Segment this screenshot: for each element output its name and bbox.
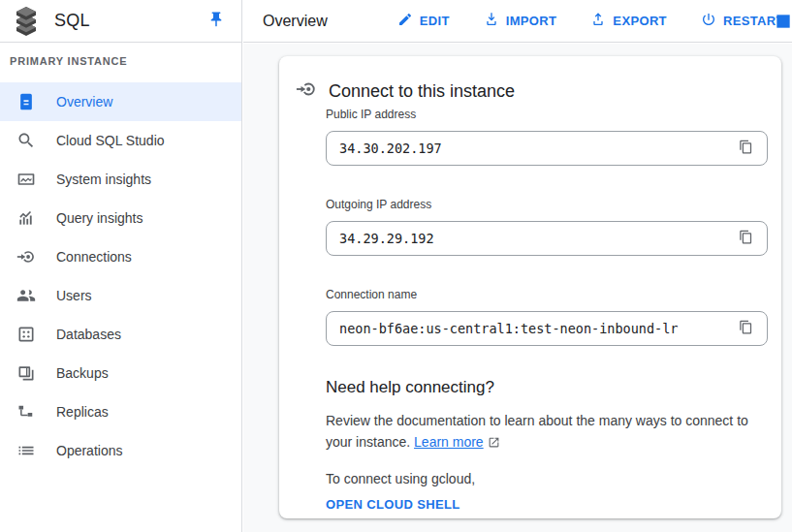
sidebar-item-label: Operations: [56, 443, 122, 458]
sidebar-item-label: Users: [56, 288, 92, 303]
gcloud-text: To connect using gcloud,: [326, 468, 768, 489]
field-connection-name: Connection name neon-bf6ae:us-central1:t…: [326, 288, 768, 346]
stop-square-icon: [776, 14, 791, 29]
system-insights-icon: [16, 170, 36, 189]
edit-button[interactable]: EDIT: [397, 12, 450, 30]
import-button[interactable]: IMPORT: [484, 12, 557, 30]
connect-card-header: Connect to this instance: [279, 56, 781, 104]
section-label: PRIMARY INSTANCE: [10, 55, 241, 67]
document-icon: [16, 92, 36, 111]
edit-button-label: EDIT: [420, 14, 450, 28]
query-insights-icon: [16, 208, 36, 228]
sidebar-item-cloud-sql-studio[interactable]: Cloud SQL Studio: [0, 121, 241, 160]
learn-more-link[interactable]: Learn more: [414, 434, 484, 450]
operations-icon: [16, 441, 36, 460]
sidebar-item-label: Replicas: [56, 404, 109, 420]
sidebar-item-replicas[interactable]: Replicas: [0, 392, 241, 431]
sidebar-item-label: Query insights: [56, 210, 143, 226]
sidebar: SQL PRIMARY INSTANCE Overview: [0, 0, 242, 532]
databases-icon: [16, 325, 36, 344]
card-title: Connect to this instance: [329, 81, 515, 102]
pin-icon: [207, 11, 225, 31]
external-link-icon: [488, 433, 500, 454]
connect-icon: [296, 78, 317, 104]
open-cloud-shell-button[interactable]: OPEN CLOUD SHELL: [326, 497, 460, 512]
public-ip-value: 34.30.202.197: [339, 141, 442, 156]
sidebar-item-system-insights[interactable]: System insights: [0, 160, 241, 199]
main-content: Connect to this instance Public IP addre…: [243, 44, 792, 532]
card-body: Public IP address 34.30.202.197 Outgoing…: [279, 104, 781, 513]
sidebar-item-backups[interactable]: Backups: [0, 354, 241, 392]
copy-connection-name-button[interactable]: [732, 315, 759, 342]
restart-button[interactable]: RESTART: [701, 12, 784, 30]
edit-pencil-icon: [397, 12, 413, 30]
sidebar-item-databases[interactable]: Databases: [0, 315, 241, 354]
search-icon: [16, 131, 36, 150]
connect-card: Connect to this instance Public IP addre…: [279, 56, 781, 518]
sidebar-header: SQL: [0, 0, 241, 43]
sidebar-item-label: Cloud SQL Studio: [56, 133, 165, 148]
sidebar-item-users[interactable]: Users: [0, 276, 241, 315]
backups-icon: [16, 363, 36, 383]
restart-power-icon: [701, 12, 716, 30]
sidebar-item-label: Backups: [56, 365, 109, 381]
sidebar-item-connections[interactable]: Connections: [0, 237, 241, 276]
sidebar-item-label: System insights: [56, 172, 151, 187]
copy-icon: [739, 140, 753, 157]
help-body-text: Review the documentation to learn about …: [326, 413, 748, 450]
field-label: Outgoing IP address: [326, 198, 768, 211]
connection-name-value: neon-bf6ae:us-central1:test-neon-inbound…: [339, 321, 679, 336]
export-button[interactable]: EXPORT: [590, 12, 667, 30]
product-title: SQL: [54, 11, 90, 31]
topbar: Overview EDIT IMPORT: [243, 0, 792, 43]
field-label: Public IP address: [326, 108, 768, 121]
sidebar-nav: Overview Cloud SQL Studio System insight…: [0, 82, 241, 470]
outgoing-ip-value-box: 34.29.29.192: [326, 221, 768, 256]
import-button-label: IMPORT: [506, 14, 557, 28]
sidebar-item-label: Overview: [56, 94, 112, 110]
cloud-sql-logo-icon: [12, 6, 41, 37]
export-button-label: EXPORT: [613, 14, 667, 28]
outgoing-ip-value: 34.29.29.192: [339, 231, 434, 246]
sidebar-item-query-insights[interactable]: Query insights: [0, 199, 241, 237]
replicas-icon: [16, 402, 36, 422]
sidebar-item-label: Connections: [56, 249, 132, 265]
sidebar-item-overview[interactable]: Overview: [0, 82, 241, 121]
help-paragraph: Review the documentation to learn about …: [326, 410, 768, 454]
stop-button[interactable]: [776, 14, 791, 29]
copy-icon: [739, 230, 753, 247]
export-upload-icon: [590, 12, 606, 30]
page-title: Overview: [263, 13, 328, 30]
field-outgoing-ip: Outgoing IP address 34.29.29.192: [326, 198, 768, 256]
field-public-ip: Public IP address 34.30.202.197: [326, 108, 768, 166]
connection-name-value-box: neon-bf6ae:us-central1:test-neon-inbound…: [326, 311, 768, 346]
topbar-actions: EDIT IMPORT EXPORT: [397, 12, 784, 30]
field-label: Connection name: [326, 288, 768, 301]
help-title: Need help connecting?: [326, 378, 768, 397]
copy-outgoing-ip-button[interactable]: [732, 225, 759, 252]
connections-icon: [16, 247, 36, 266]
copy-icon: [739, 320, 753, 337]
import-download-icon: [484, 12, 499, 30]
users-icon: [16, 286, 36, 305]
pin-button[interactable]: [205, 10, 228, 33]
sidebar-item-operations[interactable]: Operations: [0, 431, 241, 470]
sidebar-item-label: Databases: [56, 327, 121, 342]
public-ip-value-box: 34.30.202.197: [326, 131, 768, 166]
copy-public-ip-button[interactable]: [732, 135, 759, 162]
